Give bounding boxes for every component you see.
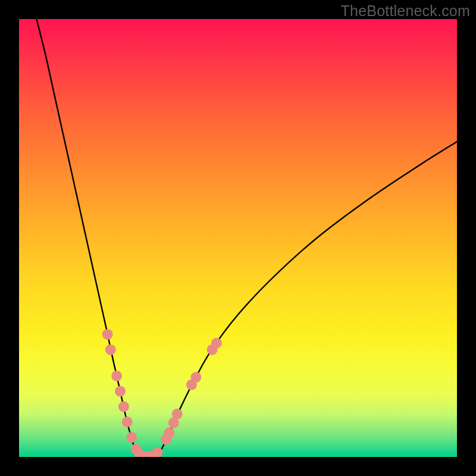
chart-frame: TheBottleneck.com — [0, 0, 476, 476]
curve-layer — [36, 19, 457, 457]
marker-layer — [102, 329, 222, 457]
data-point — [111, 371, 122, 381]
data-point — [172, 409, 183, 419]
data-point — [115, 386, 126, 397]
data-point — [126, 432, 137, 443]
data-point — [190, 372, 201, 383]
plot-area — [19, 19, 457, 457]
data-point — [102, 329, 113, 340]
data-point — [118, 401, 129, 412]
bottleneck-curve — [36, 19, 457, 457]
chart-svg — [19, 19, 457, 457]
data-point — [164, 428, 174, 439]
watermark-label: TheBottleneck.com — [341, 2, 470, 20]
data-point — [105, 345, 116, 355]
data-point — [122, 416, 133, 427]
data-point — [211, 338, 222, 349]
